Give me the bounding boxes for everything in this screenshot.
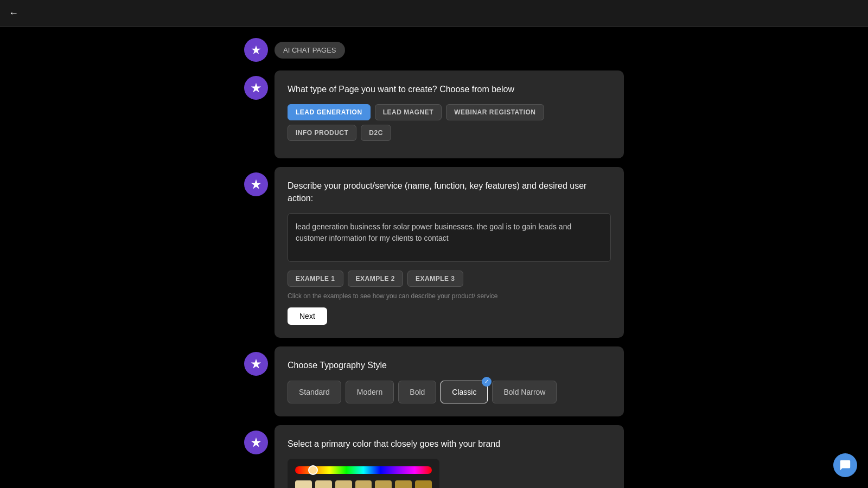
page-type-options-row2: INFO PRODUCT D2C <box>288 125 611 141</box>
topbar: ← <box>0 0 868 27</box>
typography-step-row: Choose Typography Style Standard Modern … <box>244 346 624 416</box>
swatch-6[interactable] <box>415 480 432 488</box>
slider-thumb[interactable] <box>308 465 318 475</box>
chat-icon <box>839 459 851 471</box>
top-step-row: AI CHAT PAGES <box>244 38 624 62</box>
sparkle-icon-4 <box>250 358 262 370</box>
example-2-button[interactable]: EXAMPLE 2 <box>348 271 404 287</box>
tag-d2c[interactable]: D2C <box>361 125 391 141</box>
swatch-1[interactable] <box>315 480 332 488</box>
description-step-row: Describe your product/service (name, fun… <box>244 167 624 338</box>
main-content: AI CHAT PAGES What type of Page you want… <box>0 27 868 488</box>
swatch-2[interactable] <box>335 480 352 488</box>
page-type-options: LEAD GENERATION LEAD MAGNET WEBINAR REGI… <box>288 104 611 120</box>
typography-step-icon <box>244 352 268 376</box>
typo-standard[interactable]: Standard <box>288 381 341 403</box>
description-step-icon <box>244 172 268 196</box>
typo-classic[interactable]: Classic ✓ <box>441 381 488 403</box>
typography-options: Standard Modern Bold Classic ✓ Bold Narr… <box>288 381 611 403</box>
swatch-0[interactable] <box>295 480 312 488</box>
typo-modern[interactable]: Modern <box>346 381 394 403</box>
description-title: Describe your product/service (name, fun… <box>288 180 611 204</box>
typography-card: Choose Typography Style Standard Modern … <box>275 346 624 416</box>
typography-title: Choose Typography Style <box>288 359 611 371</box>
check-badge: ✓ <box>482 377 492 387</box>
example-group: EXAMPLE 1 EXAMPLE 2 EXAMPLE 3 <box>288 271 611 287</box>
color-step-icon <box>244 431 268 454</box>
swatch-3[interactable] <box>355 480 372 488</box>
typo-bold-narrow[interactable]: Bold Narrow <box>492 381 557 403</box>
description-textarea[interactable]: lead generation business for solar power… <box>288 213 611 262</box>
tag-lead-magnet[interactable]: LEAD MAGNET <box>375 104 442 120</box>
example-1-button[interactable]: EXAMPLE 1 <box>288 271 343 287</box>
sparkle-icon <box>251 44 261 55</box>
rainbow-slider[interactable] <box>295 466 432 474</box>
back-button[interactable]: ← <box>9 8 18 19</box>
page-type-card: What type of Page you want to create? Ch… <box>275 70 624 158</box>
page-type-step-icon <box>244 76 268 100</box>
next-button[interactable]: Next <box>288 307 327 325</box>
tag-info-product[interactable]: INFO PRODUCT <box>288 125 356 141</box>
swatch-5[interactable] <box>395 480 412 488</box>
color-swatches <box>295 480 432 488</box>
page-type-step-row: What type of Page you want to create? Ch… <box>244 70 624 158</box>
page-type-title: What type of Page you want to create? Ch… <box>288 84 611 95</box>
chat-widget[interactable] <box>833 453 857 477</box>
swatch-4[interactable] <box>375 480 392 488</box>
color-title: Select a primary color that closely goes… <box>288 438 611 450</box>
color-slider-wrap <box>288 459 439 488</box>
example-3-button[interactable]: EXAMPLE 3 <box>407 271 463 287</box>
tag-webinar-registation[interactable]: WEBINAR REGISTATION <box>446 104 544 120</box>
sparkle-icon-5 <box>250 436 262 448</box>
color-card: Select a primary color that closely goes… <box>275 425 624 488</box>
top-chip: AI CHAT PAGES <box>275 42 345 59</box>
description-card: Describe your product/service (name, fun… <box>275 167 624 338</box>
sparkle-icon-2 <box>250 82 262 94</box>
top-step-icon <box>244 38 268 62</box>
typo-bold[interactable]: Bold <box>398 381 436 403</box>
color-step-row: Select a primary color that closely goes… <box>244 425 624 488</box>
sparkle-icon-3 <box>250 178 262 190</box>
hint-text: Click on the examples to see how you can… <box>288 292 611 300</box>
tag-lead-generation[interactable]: LEAD GENERATION <box>288 104 371 120</box>
